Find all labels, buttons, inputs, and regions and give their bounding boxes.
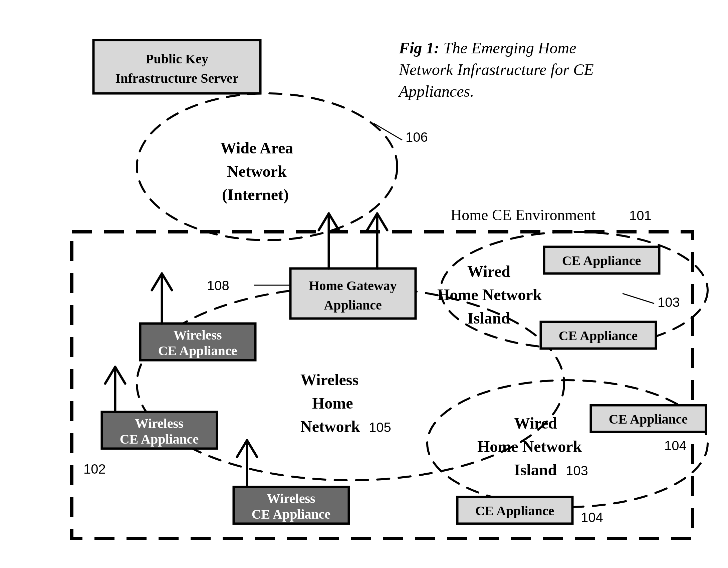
title-line3: Appliances. [398, 82, 474, 100]
wless-net-2: Home [312, 394, 353, 412]
pki-line1: Public Key [146, 51, 208, 66]
diagram-svg: Fig 1: The Emerging Home Network Infrast… [0, 0, 728, 568]
wired1-2: Home Network [437, 286, 542, 304]
wan-line1: Wide Area [220, 139, 293, 157]
home-gateway-box: Home Gateway Appliance [290, 268, 416, 319]
wce1-antenna [152, 273, 172, 324]
wce-1a: Wireless [173, 328, 222, 343]
ce-appliance-tr-1: CE Appliance [544, 247, 659, 273]
wired2-3: Island [514, 461, 557, 479]
gateway-antenna-right [367, 213, 387, 268]
title-line1: The Emerging Home [439, 39, 576, 57]
fig-prefix: Fig 1: [399, 39, 439, 57]
wired1-3: Island [467, 309, 510, 327]
ce-br1-num: 104 [664, 438, 687, 453]
wired2-2: Home Network [477, 438, 582, 455]
wired1-1: Wired [467, 262, 510, 280]
wireless-ce-3: Wireless CE Appliance [234, 440, 349, 524]
wan-num: 106 [406, 130, 428, 144]
pki-line2: Infrastructure Server [115, 71, 238, 86]
wless-net-3: Network [300, 418, 360, 435]
wce-3a: Wireless [267, 491, 315, 506]
env-num: 101 [629, 208, 652, 223]
ce-appliance-tr-2: CE Appliance [541, 322, 656, 349]
env-label: Home CE Environment [451, 206, 596, 223]
wired2-num: 103 [566, 463, 588, 478]
wan-leader [374, 123, 402, 140]
ce-appliance-br-2: CE Appliance [457, 497, 572, 524]
wce-2b: CE Appliance [120, 432, 199, 447]
ce-br2-text: CE Appliance [475, 503, 554, 518]
wired2-1: Wired [514, 414, 557, 432]
gateway-line2: Appliance [324, 298, 382, 313]
figure-title: Fig 1: The Emerging Home Network Infrast… [398, 39, 594, 100]
pki-server-box: Public Key Infrastructure Server [93, 40, 260, 93]
ce-appliance-br-1: CE Appliance [591, 405, 706, 432]
wless-net-num: 105 [369, 420, 391, 435]
wan-line3: (Internet) [222, 186, 289, 204]
ce-tr2-text: CE Appliance [559, 328, 638, 343]
wireless-ce-2: Wireless CE Appliance [102, 367, 217, 449]
wce-3b: CE Appliance [252, 507, 331, 522]
wce2-antenna [105, 367, 125, 412]
svg-text:Fig 1: The Emerging Home: Fig 1: The Emerging Home [399, 39, 576, 57]
title-line2: Network Infrastructure for CE [399, 61, 594, 78]
wce-num: 102 [83, 462, 106, 476]
wired1-num: 103 [658, 295, 680, 310]
wce-2a: Wireless [135, 416, 183, 431]
diagram-stage: Fig 1: The Emerging Home Network Infrast… [0, 0, 728, 568]
ce-tr1-text: CE Appliance [562, 253, 641, 268]
wan-line2: Network [227, 162, 287, 180]
ce-br2-num: 104 [581, 510, 603, 525]
wired1-leader [623, 294, 654, 304]
wless-net-1: Wireless [300, 371, 358, 389]
gateway-num: 108 [207, 278, 229, 293]
ce-br1-text: CE Appliance [609, 412, 688, 427]
wce3-antenna [237, 440, 257, 487]
gateway-line1: Home Gateway [309, 278, 397, 293]
gateway-antenna-left [319, 213, 339, 268]
wce-1b: CE Appliance [158, 343, 237, 358]
